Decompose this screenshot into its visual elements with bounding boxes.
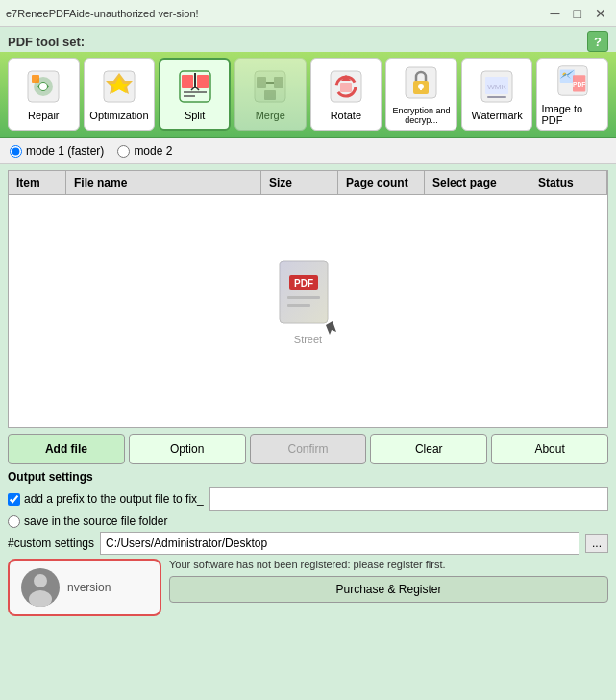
merge-icon [251,67,289,106]
pdf-drop-icon: PDF [270,256,347,342]
browse-button[interactable]: ... [585,534,608,553]
prefix-label-text: add a prefix to the output file to fix_ [24,492,204,506]
svg-rect-8 [182,75,193,88]
svg-rect-3 [32,75,39,83]
svg-rect-26 [487,96,506,98]
file-list-header: Item File name Size Page count Select pa… [9,171,607,195]
registration-area: Your software has not been registered: p… [169,559,608,603]
conversion-avatar [21,568,60,607]
tool-rotate-label: Rotate [331,110,361,121]
tool-img2pdf[interactable]: PDF Image to PDF [536,58,608,131]
tool-split[interactable]: Split [159,58,231,131]
pdf-toolset-label: PDF tool set: [8,35,85,49]
tool-encrypt-label: Encryption and decryp... [390,106,453,125]
mode1-radio[interactable] [10,145,22,158]
custom-path-input[interactable] [100,532,579,555]
purchase-register-button[interactable]: Purchase & Register [169,576,608,603]
tool-img2pdf-label: Image to PDF [541,103,604,126]
prefix-checkbox[interactable] [8,493,20,506]
watermark-icon: WMK [478,67,516,106]
tool-watermark-label: Watermark [471,110,522,121]
mode1-radio-label[interactable]: mode 1 (faster) [10,144,104,158]
conversion-text: nversion [67,581,111,594]
svg-rect-38 [287,304,310,307]
prefix-row: add a prefix to the output file to fix_ [8,488,608,511]
prefix-input[interactable] [209,488,608,511]
close-button[interactable]: ✕ [591,6,610,21]
col-pages-header: Page count [338,171,425,194]
col-status-header: Status [530,171,607,194]
window-controls: ─ □ ✕ [547,6,610,21]
tool-split-label: Split [185,110,205,121]
drop-hint: Street [294,334,322,345]
svg-rect-9 [197,75,209,88]
tool-watermark[interactable]: WMK Watermark [461,58,533,131]
col-selpage-header: Select page [425,171,530,194]
option-button[interactable]: Option [129,434,246,464]
help-button[interactable]: ? [587,31,608,52]
svg-point-2 [39,83,47,90]
file-list-container: Item File name Size Page count Select pa… [8,170,608,428]
svg-rect-37 [287,296,320,299]
output-settings-title: Output settings [8,470,608,484]
about-button[interactable]: About [491,434,608,464]
clear-button[interactable]: Clear [370,434,487,464]
maximize-button[interactable]: □ [570,6,585,21]
output-settings: Output settings add a prefix to the outp… [8,470,608,555]
conversion-panel: nversion [8,559,161,616]
col-filename-header: File name [66,171,261,194]
tool-merge: Merge [234,58,307,131]
encrypt-icon [402,63,440,102]
toolbar: Repair Optimization Split [0,52,616,138]
action-buttons: Add file Option Confirm Clear About [8,434,608,464]
confirm-button: Confirm [250,434,367,464]
save-source-label: save in the source file folder [24,514,167,528]
optimization-icon [100,67,138,106]
title-text: e7ReneePDFAide-unauthorized ver-sion! [6,8,199,19]
svg-point-40 [34,574,47,588]
svg-text:PDF: PDF [294,278,313,288]
mode2-label: mode 2 [134,144,172,158]
repair-icon [24,67,62,106]
svg-rect-14 [264,90,276,100]
mode2-radio-label[interactable]: mode 2 [117,144,172,158]
col-item-header: Item [9,171,66,194]
header-row: PDF tool set: ? [0,27,616,52]
conversion-line1: nversion [67,581,111,594]
svg-rect-12 [257,77,266,88]
save-source-radio[interactable] [8,515,20,528]
tool-repair-label: Repair [28,110,59,121]
svg-marker-39 [326,321,336,335]
split-icon [176,67,214,106]
tool-optimization[interactable]: Optimization [84,58,156,131]
custom-label: #custom settings [8,537,94,550]
svg-text:WMK: WMK [487,83,506,91]
registration-notice: Your software has not been registered: p… [169,559,608,570]
titlebar: e7ReneePDFAide-unauthorized ver-sion! ─ … [0,0,616,27]
save-source-row: save in the source file folder [8,514,608,528]
prefix-checkbox-label[interactable]: add a prefix to the output file to fix_ [8,492,204,506]
svg-text:PDF: PDF [573,81,585,88]
tool-merge-label: Merge [256,110,285,121]
file-list-body[interactable]: PDF Street [9,195,607,407]
tool-optimization-label: Optimization [89,110,148,121]
mode2-radio[interactable] [117,145,130,158]
avatar-icon [21,568,60,607]
svg-rect-22 [420,87,422,90]
svg-rect-13 [274,77,283,88]
svg-rect-18 [340,83,352,92]
svg-rect-34 [280,261,328,323]
add-file-button[interactable]: Add file [8,434,125,464]
tool-rotate[interactable]: Rotate [310,58,382,131]
img2pdf-icon: PDF [554,62,592,99]
col-size-header: Size [261,171,338,194]
minimize-button[interactable]: ─ [547,6,564,21]
mode1-label: mode 1 (faster) [26,144,104,158]
custom-path-row: #custom settings ... [8,532,608,555]
svg-point-41 [29,590,52,607]
tool-repair[interactable]: Repair [8,58,80,131]
bottom-area: nversion Your software has not been regi… [8,559,608,616]
mode-row: mode 1 (faster) mode 2 [0,138,616,164]
tool-encrypt[interactable]: Encryption and decryp... [385,58,457,131]
rotate-icon [327,67,365,106]
